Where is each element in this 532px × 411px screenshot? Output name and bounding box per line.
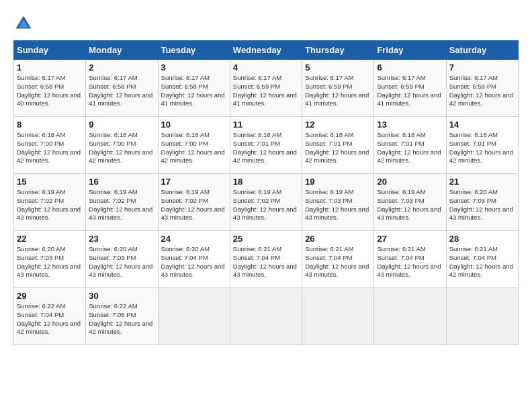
day-info: Sunrise: 6:17 AM Sunset: 6:59 PM Dayligh…	[449, 74, 513, 107]
calendar-cell: 3 Sunrise: 6:17 AM Sunset: 6:58 PM Dayli…	[158, 60, 230, 117]
calendar-cell: 7 Sunrise: 6:17 AM Sunset: 6:59 PM Dayli…	[446, 60, 518, 117]
day-number: 18	[233, 177, 299, 187]
day-info: Sunrise: 6:18 AM Sunset: 7:00 PM Dayligh…	[89, 131, 152, 164]
day-info: Sunrise: 6:22 AM Sunset: 7:04 PM Dayligh…	[17, 302, 81, 335]
calendar-cell: 28 Sunrise: 6:21 AM Sunset: 7:04 PM Dayl…	[446, 231, 518, 288]
day-number: 28	[449, 234, 515, 244]
day-info: Sunrise: 6:20 AM Sunset: 7:03 PM Dayligh…	[17, 245, 81, 278]
day-number: 6	[377, 62, 443, 73]
calendar-cell: 4 Sunrise: 6:17 AM Sunset: 6:59 PM Dayli…	[230, 60, 302, 117]
calendar-cell: 12 Sunrise: 6:18 AM Sunset: 7:01 PM Dayl…	[302, 117, 374, 174]
day-info: Sunrise: 6:21 AM Sunset: 7:04 PM Dayligh…	[377, 245, 441, 278]
weekday-header-tuesday: Tuesday	[158, 41, 230, 60]
day-info: Sunrise: 6:20 AM Sunset: 7:03 PM Dayligh…	[449, 188, 513, 221]
day-info: Sunrise: 6:19 AM Sunset: 7:02 PM Dayligh…	[17, 188, 81, 221]
day-number: 7	[449, 62, 515, 73]
day-number: 27	[377, 234, 443, 244]
week-row-5: 29 Sunrise: 6:22 AM Sunset: 7:04 PM Dayl…	[14, 288, 519, 345]
calendar-cell: 2 Sunrise: 6:17 AM Sunset: 6:58 PM Dayli…	[86, 60, 158, 117]
week-row-3: 15 Sunrise: 6:19 AM Sunset: 7:02 PM Dayl…	[14, 174, 519, 231]
day-number: 23	[89, 234, 154, 244]
day-info: Sunrise: 6:19 AM Sunset: 7:03 PM Dayligh…	[377, 188, 441, 221]
calendar-cell: 20 Sunrise: 6:19 AM Sunset: 7:03 PM Dayl…	[374, 174, 446, 231]
day-number: 15	[17, 177, 83, 187]
weekday-header-saturday: Saturday	[446, 41, 518, 60]
weekday-header-wednesday: Wednesday	[230, 41, 302, 60]
day-number: 10	[161, 120, 227, 130]
day-number: 21	[449, 177, 515, 187]
day-number: 19	[305, 177, 371, 187]
calendar-cell: 21 Sunrise: 6:20 AM Sunset: 7:03 PM Dayl…	[446, 174, 518, 231]
day-number: 8	[17, 120, 83, 130]
day-info: Sunrise: 6:17 AM Sunset: 6:58 PM Dayligh…	[89, 74, 152, 107]
day-info: Sunrise: 6:20 AM Sunset: 7:03 PM Dayligh…	[89, 245, 152, 278]
calendar-cell	[158, 288, 230, 345]
calendar-cell: 23 Sunrise: 6:20 AM Sunset: 7:03 PM Dayl…	[86, 231, 158, 288]
calendar-cell: 8 Sunrise: 6:18 AM Sunset: 7:00 PM Dayli…	[14, 117, 86, 174]
calendar-cell: 13 Sunrise: 6:18 AM Sunset: 7:01 PM Dayl…	[374, 117, 446, 174]
day-number: 20	[377, 177, 443, 187]
day-number: 12	[305, 120, 371, 130]
calendar-cell: 30 Sunrise: 6:22 AM Sunset: 7:05 PM Dayl…	[86, 288, 158, 345]
day-info: Sunrise: 6:19 AM Sunset: 7:03 PM Dayligh…	[305, 188, 369, 221]
calendar-cell: 19 Sunrise: 6:19 AM Sunset: 7:03 PM Dayl…	[302, 174, 374, 231]
day-info: Sunrise: 6:17 AM Sunset: 6:59 PM Dayligh…	[233, 74, 297, 107]
calendar-cell: 11 Sunrise: 6:18 AM Sunset: 7:01 PM Dayl…	[230, 117, 302, 174]
day-number: 13	[377, 120, 443, 130]
day-number: 5	[305, 62, 371, 73]
day-number: 17	[161, 177, 227, 187]
day-info: Sunrise: 6:18 AM Sunset: 7:01 PM Dayligh…	[449, 131, 513, 164]
day-info: Sunrise: 6:22 AM Sunset: 7:05 PM Dayligh…	[89, 302, 152, 335]
day-info: Sunrise: 6:18 AM Sunset: 7:01 PM Dayligh…	[233, 131, 297, 164]
day-info: Sunrise: 6:18 AM Sunset: 7:01 PM Dayligh…	[377, 131, 441, 164]
calendar-cell: 29 Sunrise: 6:22 AM Sunset: 7:04 PM Dayl…	[14, 288, 86, 345]
calendar-cell: 9 Sunrise: 6:18 AM Sunset: 7:00 PM Dayli…	[86, 117, 158, 174]
calendar-cell: 17 Sunrise: 6:19 AM Sunset: 7:02 PM Dayl…	[158, 174, 230, 231]
calendar-cell: 25 Sunrise: 6:21 AM Sunset: 7:04 PM Dayl…	[230, 231, 302, 288]
day-info: Sunrise: 6:18 AM Sunset: 7:00 PM Dayligh…	[161, 131, 225, 164]
day-number: 1	[17, 62, 83, 73]
day-number: 26	[305, 234, 371, 244]
day-number: 4	[233, 62, 299, 73]
calendar-cell	[374, 288, 446, 345]
weekday-header-friday: Friday	[374, 41, 446, 60]
day-info: Sunrise: 6:18 AM Sunset: 7:00 PM Dayligh…	[17, 131, 81, 164]
day-number: 22	[17, 234, 83, 244]
day-number: 29	[17, 291, 83, 301]
calendar-cell: 22 Sunrise: 6:20 AM Sunset: 7:03 PM Dayl…	[14, 231, 86, 288]
day-info: Sunrise: 6:21 AM Sunset: 7:04 PM Dayligh…	[305, 245, 369, 278]
calendar-table: SundayMondayTuesdayWednesdayThursdayFrid…	[13, 40, 519, 345]
day-info: Sunrise: 6:19 AM Sunset: 7:02 PM Dayligh…	[89, 188, 152, 221]
calendar-cell: 1 Sunrise: 6:17 AM Sunset: 6:58 PM Dayli…	[14, 60, 86, 117]
calendar-cell	[446, 288, 518, 345]
day-info: Sunrise: 6:18 AM Sunset: 7:01 PM Dayligh…	[305, 131, 369, 164]
weekday-header-monday: Monday	[86, 41, 158, 60]
weekday-header-sunday: Sunday	[14, 41, 86, 60]
day-info: Sunrise: 6:17 AM Sunset: 6:58 PM Dayligh…	[161, 74, 225, 107]
page-header	[13, 13, 519, 34]
calendar-cell	[302, 288, 374, 345]
day-number: 30	[89, 291, 154, 301]
day-number: 25	[233, 234, 299, 244]
calendar-cell: 15 Sunrise: 6:19 AM Sunset: 7:02 PM Dayl…	[14, 174, 86, 231]
day-info: Sunrise: 6:21 AM Sunset: 7:04 PM Dayligh…	[449, 245, 513, 278]
day-info: Sunrise: 6:19 AM Sunset: 7:02 PM Dayligh…	[161, 188, 225, 221]
day-info: Sunrise: 6:20 AM Sunset: 7:04 PM Dayligh…	[161, 245, 225, 278]
day-number: 2	[89, 62, 154, 73]
calendar-cell	[230, 288, 302, 345]
logo-icon	[13, 13, 34, 34]
day-number: 9	[89, 120, 154, 130]
calendar-cell: 27 Sunrise: 6:21 AM Sunset: 7:04 PM Dayl…	[374, 231, 446, 288]
day-number: 11	[233, 120, 299, 130]
day-info: Sunrise: 6:17 AM Sunset: 6:58 PM Dayligh…	[17, 74, 81, 107]
calendar-cell: 14 Sunrise: 6:18 AM Sunset: 7:01 PM Dayl…	[446, 117, 518, 174]
calendar-cell: 5 Sunrise: 6:17 AM Sunset: 6:59 PM Dayli…	[302, 60, 374, 117]
calendar-cell: 16 Sunrise: 6:19 AM Sunset: 7:02 PM Dayl…	[86, 174, 158, 231]
logo	[13, 13, 36, 34]
day-info: Sunrise: 6:19 AM Sunset: 7:02 PM Dayligh…	[233, 188, 297, 221]
calendar-cell: 24 Sunrise: 6:20 AM Sunset: 7:04 PM Dayl…	[158, 231, 230, 288]
calendar-cell: 10 Sunrise: 6:18 AM Sunset: 7:00 PM Dayl…	[158, 117, 230, 174]
calendar-cell: 6 Sunrise: 6:17 AM Sunset: 6:59 PM Dayli…	[374, 60, 446, 117]
weekday-header-row: SundayMondayTuesdayWednesdayThursdayFrid…	[14, 41, 519, 60]
week-row-2: 8 Sunrise: 6:18 AM Sunset: 7:00 PM Dayli…	[14, 117, 519, 174]
